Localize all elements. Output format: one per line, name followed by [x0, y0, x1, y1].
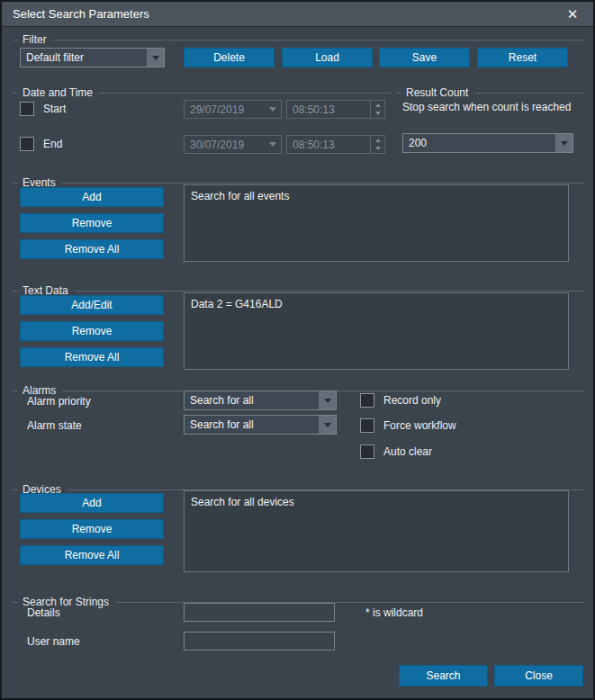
force-workflow-checkbox[interactable]: [360, 418, 374, 433]
end-date-value: 30/07/2019: [185, 136, 264, 153]
group-line: [13, 390, 18, 391]
start-time-value: 08:50:13: [287, 101, 370, 118]
group-line: [13, 602, 18, 603]
chevron-down-icon: [319, 416, 336, 434]
devices-list[interactable]: Search for all devices: [184, 490, 569, 572]
dialog-title: Select Search Parameters: [13, 7, 563, 21]
chevron-down-icon: [147, 49, 164, 67]
alarm-state-value: Search for all: [185, 416, 319, 434]
end-time-value: 08:50:13: [287, 136, 370, 153]
titlebar: Select Search Parameters ✕: [2, 2, 593, 27]
dialog-body: Select Search Parameters ✕ Filter Defaul…: [2, 2, 593, 698]
record-only-label: Record only: [383, 394, 441, 407]
filter-dropdown[interactable]: Default filter: [20, 48, 165, 67]
auto-clear-row: Auto clear: [360, 442, 432, 462]
load-button[interactable]: Load: [282, 48, 373, 67]
group-line: [13, 291, 18, 292]
alarm-priority-dropdown[interactable]: Search for all: [184, 390, 337, 410]
events-add-button[interactable]: Add: [20, 187, 164, 207]
alarm-priority-value: Search for all: [185, 391, 319, 409]
result-count-dropdown[interactable]: 200: [402, 133, 573, 153]
spinner-up-icon[interactable]: [371, 136, 384, 145]
end-checkbox-row: End: [20, 134, 62, 154]
details-label: Details: [27, 606, 60, 619]
spinner-down-icon[interactable]: [371, 110, 384, 119]
delete-button[interactable]: Delete: [184, 48, 275, 67]
end-time-field[interactable]: 08:50:13: [286, 135, 385, 154]
search-button[interactable]: Search: [399, 665, 488, 687]
alarm-priority-label: Alarm priority: [27, 395, 91, 408]
close-button[interactable]: Close: [494, 665, 583, 687]
alarm-state-dropdown[interactable]: Search for all: [184, 415, 337, 435]
result-count-description: Stop search when count is reached: [402, 101, 571, 113]
events-list[interactable]: Search for all events: [184, 184, 569, 262]
start-time-field[interactable]: 08:50:13: [286, 100, 385, 119]
username-input[interactable]: [184, 632, 335, 651]
group-line: [474, 93, 584, 94]
date-time-group-header: Date and Time: [13, 86, 392, 99]
start-checkbox[interactable]: [20, 102, 34, 116]
auto-clear-label: Auto clear: [383, 445, 432, 458]
text-data-list[interactable]: Data 2 = G416ALD: [184, 292, 569, 370]
group-line: [13, 183, 18, 184]
spinner-up-icon[interactable]: [371, 101, 384, 110]
group-line: [13, 489, 18, 490]
group-line: [396, 93, 401, 94]
select-search-parameters-dialog: Select Search Parameters ✕ Filter Defaul…: [0, 0, 595, 700]
record-only-checkbox[interactable]: [360, 393, 374, 408]
group-line: [99, 93, 392, 94]
save-button[interactable]: Save: [379, 48, 470, 67]
devices-remove-all-button[interactable]: Remove All: [20, 545, 164, 565]
text-data-add-edit-button[interactable]: Add/Edit: [20, 295, 164, 315]
result-count-value: 200: [403, 134, 555, 152]
chevron-down-icon: [319, 391, 336, 409]
date-time-group-label: Date and Time: [23, 86, 99, 99]
chevron-down-icon: [555, 134, 572, 152]
list-item: Search for all events: [191, 189, 562, 203]
alarm-state-label: Alarm state: [27, 419, 82, 432]
result-count-group-label: Result Count: [406, 86, 474, 99]
force-workflow-label: Force workflow: [383, 419, 456, 432]
devices-remove-button[interactable]: Remove: [20, 519, 164, 539]
filter-group-header: Filter: [13, 33, 584, 46]
list-item: Data 2 = G416ALD: [191, 297, 562, 311]
username-label: User name: [27, 635, 80, 648]
start-date-dropdown[interactable]: 29/07/2019: [184, 100, 282, 119]
filter-group-label: Filter: [23, 33, 53, 46]
end-checkbox[interactable]: [20, 137, 34, 151]
group-line: [53, 40, 584, 40]
events-remove-button[interactable]: Remove: [20, 213, 164, 233]
end-date-dropdown[interactable]: 30/07/2019: [184, 135, 282, 154]
group-line: [75, 291, 584, 292]
filter-dropdown-value: Default filter: [21, 49, 147, 67]
details-input[interactable]: [184, 603, 335, 622]
chevron-down-icon: [264, 101, 281, 118]
time-spinner[interactable]: [370, 101, 384, 118]
events-remove-all-button[interactable]: Remove All: [20, 239, 164, 259]
group-line: [62, 183, 584, 184]
reset-button[interactable]: Reset: [477, 48, 568, 67]
start-checkbox-row: Start: [20, 99, 66, 119]
auto-clear-checkbox[interactable]: [360, 444, 374, 459]
start-date-value: 29/07/2019: [185, 101, 264, 118]
group-line: [13, 93, 18, 94]
list-item: Search for all devices: [191, 495, 562, 509]
spinner-down-icon[interactable]: [371, 145, 384, 154]
result-count-group-header: Result Count: [396, 86, 584, 99]
devices-add-button[interactable]: Add: [20, 493, 164, 513]
group-line: [13, 40, 18, 40]
text-data-remove-all-button[interactable]: Remove All: [20, 347, 164, 367]
close-icon[interactable]: ✕: [563, 4, 582, 24]
wildcard-hint: * is wildcard: [365, 606, 423, 619]
start-label: Start: [43, 103, 66, 115]
force-workflow-row: Force workflow: [360, 416, 456, 435]
end-label: End: [43, 138, 62, 150]
time-spinner[interactable]: [370, 136, 384, 153]
record-only-row: Record only: [360, 390, 441, 410]
chevron-down-icon: [264, 136, 281, 153]
text-data-remove-button[interactable]: Remove: [20, 321, 164, 341]
